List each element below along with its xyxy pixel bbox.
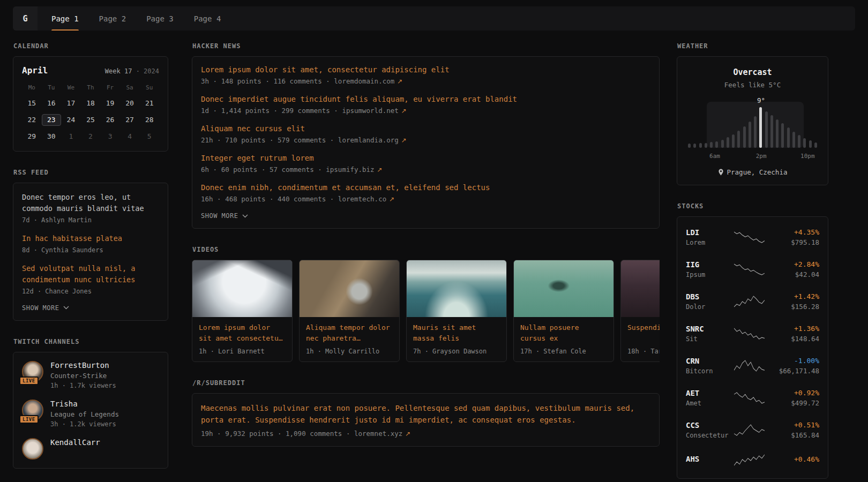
tab-page-1[interactable]: Page 1: [51, 6, 79, 31]
rss-item-link[interactable]: In hac habitasse platea: [22, 233, 159, 244]
calendar-day: 28: [139, 114, 159, 126]
calendar-day: 16: [42, 97, 62, 109]
calendar-day-next-month: 5: [139, 131, 159, 142]
twitch-channel[interactable]: LIVE ForrestBurton Counter-Strike 1h · 1…: [22, 361, 159, 389]
stock-row[interactable]: AET Amet +0.92% $499.72: [686, 382, 819, 414]
video-card[interactable]: Nullam posuere cursus ex 17h · Stefan Co…: [513, 260, 614, 362]
weather-section: WEATHER Overcast Feels like 5°C 9° 6am 2…: [677, 42, 828, 185]
app-logo[interactable]: G: [13, 6, 38, 31]
chevron-down-icon: [242, 214, 248, 218]
stock-row[interactable]: CRN Bitcorn -1.00% $66,171.48: [686, 350, 819, 382]
video-card[interactable]: Aliquam tempor dolor nec pharetra… 1h · …: [299, 260, 400, 362]
stock-row[interactable]: IIG Ipsum +2.84% $42.04: [686, 253, 819, 285]
rss-item-link[interactable]: Donec tempor eros leo, ut commodo mauris…: [22, 192, 159, 214]
video-card[interactable]: Suspendisse diam 18h · Tara: [620, 260, 660, 362]
subreddit-post-link[interactable]: Maecenas mollis pulvinar erat non posuer…: [201, 402, 650, 426]
external-link-icon[interactable]: ↗: [377, 166, 383, 174]
stock-row[interactable]: SNRC Sit +1.36% $148.64: [686, 318, 819, 350]
temperature-bar: [765, 111, 768, 148]
stock-sparkline: [734, 295, 765, 308]
calendar-day: 27: [120, 114, 140, 126]
twitch-channel[interactable]: KendallCarr: [22, 438, 159, 460]
tab-page-4[interactable]: Page 4: [194, 6, 221, 31]
stocks-section-title: STOCKS: [677, 202, 828, 210]
stock-change: +2.84%: [770, 260, 819, 268]
video-title[interactable]: Lorem ipsum dolor sit amet consectetu…: [199, 322, 286, 344]
weather-condition: Overcast: [686, 67, 819, 77]
temperature-bar: [814, 142, 817, 148]
hn-item-link[interactable]: Lorem ipsum dolor sit amet, consectetur …: [201, 65, 650, 74]
rss-show-more-label: SHOW MORE: [22, 304, 59, 312]
temperature-bar: [787, 127, 790, 148]
calendar-day: 26: [100, 114, 120, 126]
rss-item-meta: 12d · Chance Jones: [22, 288, 159, 295]
video-thumbnail[interactable]: [192, 260, 292, 317]
video-title[interactable]: Mauris sit amet massa felis: [413, 322, 500, 344]
calendar-day: 21: [139, 97, 159, 109]
video-card-body: Aliquam tempor dolor nec pharetra… 1h · …: [300, 317, 399, 362]
rss-item-link[interactable]: Sed volutpat nulla nisl, a condimentum n…: [22, 263, 159, 285]
external-link-icon[interactable]: ↗: [401, 137, 407, 144]
hn-item-meta: 16h · 468 points · 440 comments · loremt…: [201, 195, 650, 203]
video-title[interactable]: Nullam posuere cursus ex: [520, 322, 607, 344]
stock-numbers: +0.46%: [770, 455, 819, 465]
stock-numbers: +0.51% $165.84: [770, 421, 819, 439]
calendar-week-year: Week 17 · 2024: [105, 67, 159, 75]
stock-symbol: SNRC: [686, 325, 729, 333]
temperature-bar: [721, 140, 724, 148]
video-title[interactable]: Suspendisse diam: [627, 322, 660, 344]
video-thumbnail[interactable]: [300, 260, 399, 317]
stock-symbol: LDI: [686, 228, 729, 237]
video-card[interactable]: Lorem ipsum dolor sit amet consectetu… 1…: [192, 260, 293, 362]
hn-item-link[interactable]: Aliquam nec cursus elit: [201, 124, 650, 133]
time-label: 6am: [709, 153, 720, 160]
external-link-icon[interactable]: ↗: [397, 78, 402, 85]
calendar-day: 30: [42, 131, 62, 142]
twitch-channel[interactable]: LIVE Trisha League of Legends 3h · 1.2k …: [22, 400, 159, 428]
stock-id: CRN Bitcorn: [686, 357, 729, 375]
external-link-icon[interactable]: ↗: [401, 107, 407, 115]
stock-change: +0.51%: [770, 421, 819, 429]
hn-show-more-button[interactable]: SHOW MORE: [201, 212, 650, 220]
external-link-icon[interactable]: ↗: [389, 195, 394, 203]
subreddit-post-meta-text: 19h · 9,932 points · 1,090 comments · lo…: [201, 430, 402, 438]
day-header: Mo: [22, 84, 42, 91]
calendar-day: 29: [22, 131, 42, 142]
video-thumbnail[interactable]: [407, 260, 506, 317]
video-title[interactable]: Aliquam tempor dolor nec pharetra…: [306, 322, 393, 344]
video-thumbnail[interactable]: [514, 260, 613, 317]
tab-page-3[interactable]: Page 3: [146, 6, 174, 31]
twitch-channel-info: ForrestBurton Counter-Strike 1h · 1.7k v…: [50, 361, 116, 389]
video-card[interactable]: Mauris sit amet massa felis 7h · Grayson…: [406, 260, 507, 362]
temperature-bars: [688, 107, 817, 148]
stock-row[interactable]: CCS Consectetur +0.51% $165.84: [686, 414, 819, 446]
stock-symbol: AHS: [686, 455, 729, 463]
stock-change: +1.36%: [770, 325, 819, 333]
external-link-icon[interactable]: ↗: [405, 430, 410, 438]
hn-item-link[interactable]: Donec enim nibh, condimentum et accumsan…: [201, 183, 650, 192]
stock-change: +4.35%: [770, 228, 819, 236]
peak-temperature-label: 9°: [757, 96, 765, 104]
stock-symbol: DBS: [686, 292, 729, 301]
stock-price: $42.04: [770, 270, 819, 278]
hn-item-meta-text: 21h · 710 points · 579 comments · loreml…: [201, 136, 399, 144]
calendar-day: 17: [61, 97, 81, 109]
video-card-body: Mauris sit amet massa felis 7h · Grayson…: [407, 317, 506, 362]
hn-item-link[interactable]: Integer eget rutrum lorem: [201, 154, 650, 162]
weather-hourly-chart: 9°: [687, 97, 818, 148]
video-thumbnail[interactable]: [621, 260, 660, 317]
temperature-bar: [732, 134, 735, 148]
stock-row[interactable]: AHS +0.46%: [686, 446, 819, 474]
rss-show-more-button[interactable]: SHOW MORE: [22, 304, 159, 312]
videos-section-title: VIDEOS: [192, 246, 660, 253]
hn-item-meta-text: 16h · 468 points · 440 comments · loremt…: [201, 195, 386, 203]
hn-item-link[interactable]: Donec imperdiet augue tincidunt felis al…: [201, 95, 650, 103]
day-header: We: [61, 84, 81, 91]
temperature-bar: [798, 135, 800, 148]
stock-row[interactable]: LDI Lorem +4.35% $795.18: [686, 221, 819, 253]
stock-id: LDI Lorem: [686, 228, 729, 246]
rss-card: Donec tempor eros leo, ut commodo mauris…: [13, 183, 168, 321]
stock-price: $66,171.48: [770, 367, 819, 375]
tab-page-2[interactable]: Page 2: [99, 6, 126, 31]
stock-row[interactable]: DBS Dolor +1.42% $156.28: [686, 285, 819, 318]
